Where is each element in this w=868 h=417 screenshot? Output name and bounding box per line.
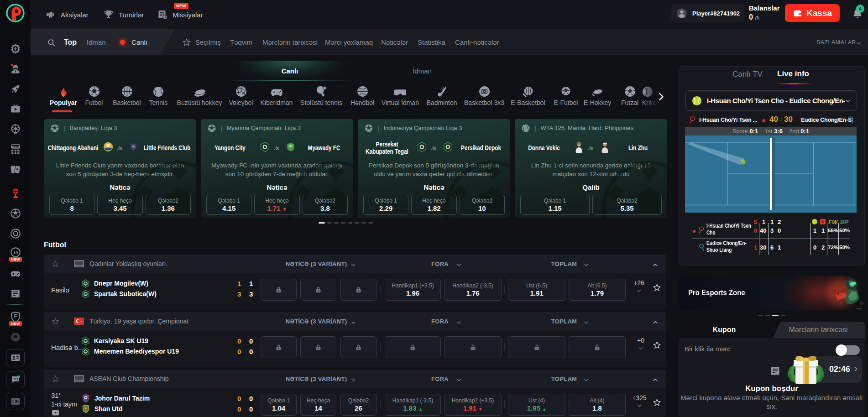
svg-text:3X3: 3X3 <box>481 90 487 93</box>
svg-text:19: 19 <box>13 250 18 255</box>
svg-text:BINGO: BINGO <box>11 146 20 148</box>
svg-text:F: F <box>14 314 16 319</box>
